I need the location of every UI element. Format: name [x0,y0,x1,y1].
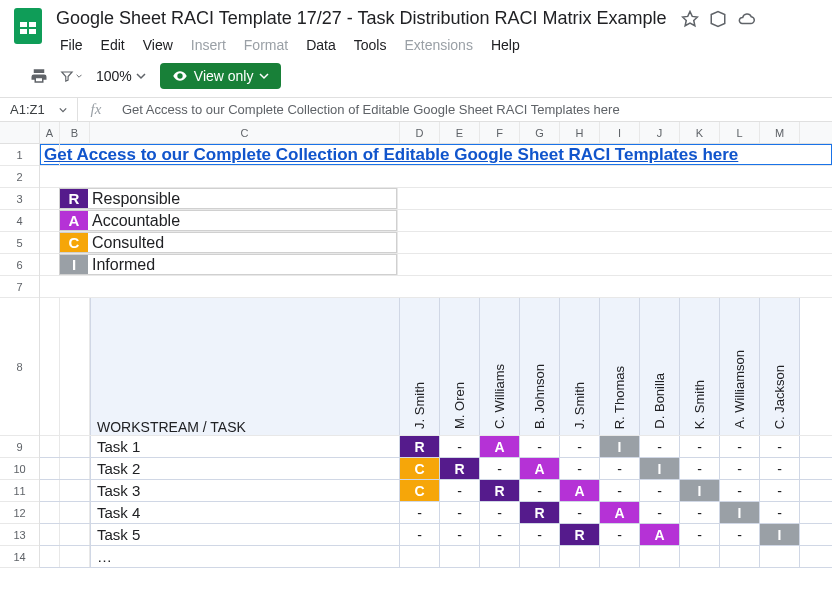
matrix-cell[interactable]: A [600,502,640,523]
zoom-selector[interactable]: 100% [92,68,150,84]
matrix-cell[interactable]: A [520,458,560,479]
matrix-cell[interactable]: - [480,502,520,523]
matrix-cell[interactable]: - [640,480,680,501]
matrix-cell[interactable]: - [760,458,800,479]
matrix-cell[interactable]: - [760,480,800,501]
doc-title[interactable]: Google Sheet RACI Template 17/27 - Task … [52,6,671,31]
col-header[interactable]: G [520,122,560,143]
matrix-cell[interactable]: - [760,502,800,523]
col-header[interactable]: J [640,122,680,143]
person-header[interactable]: R. Thomas [600,298,640,435]
col-header[interactable]: M [760,122,800,143]
matrix-cell[interactable]: I [720,502,760,523]
matrix-cell[interactable]: I [640,458,680,479]
matrix-cell[interactable]: A [640,524,680,545]
cloud-icon[interactable] [737,10,755,28]
matrix-cell[interactable]: R [480,480,520,501]
col-header[interactable]: A [40,122,60,143]
matrix-cell[interactable] [680,546,720,567]
task-name[interactable]: Task 5 [90,524,400,545]
col-header[interactable]: F [480,122,520,143]
matrix-cell[interactable]: - [520,436,560,457]
matrix-cell[interactable]: - [440,480,480,501]
row-header[interactable]: 8 [0,298,39,436]
col-header[interactable]: E [440,122,480,143]
matrix-cell[interactable] [520,546,560,567]
col-header[interactable]: I [600,122,640,143]
row-header[interactable]: 7 [0,276,39,298]
matrix-cell[interactable]: I [600,436,640,457]
matrix-cell[interactable]: - [600,458,640,479]
matrix-cell[interactable]: R [440,458,480,479]
matrix-cell[interactable]: - [640,436,680,457]
person-header[interactable]: C. Jackson [760,298,800,435]
matrix-cell[interactable]: - [560,436,600,457]
task-name[interactable]: … [90,546,400,567]
matrix-cell[interactable] [480,546,520,567]
person-header[interactable]: M. Oren [440,298,480,435]
person-header[interactable]: J. Smith [560,298,600,435]
select-all-corner[interactable] [0,122,39,144]
matrix-cell[interactable]: - [720,480,760,501]
row-header[interactable]: 10 [0,458,39,480]
matrix-cell[interactable]: A [560,480,600,501]
person-header[interactable]: D. Bonilla [640,298,680,435]
col-header[interactable]: D [400,122,440,143]
matrix-cell[interactable]: - [600,480,640,501]
collection-link[interactable]: Get Access to our Complete Collection of… [44,145,738,165]
col-header[interactable]: H [560,122,600,143]
row-header[interactable]: 6 [0,254,39,276]
col-header[interactable]: B [60,122,90,143]
menu-file[interactable]: File [52,33,91,57]
row-header[interactable]: 2 [0,166,39,188]
matrix-cell[interactable]: - [560,458,600,479]
person-header[interactable]: K. Smith [680,298,720,435]
matrix-cell[interactable]: - [760,436,800,457]
row-header[interactable]: 4 [0,210,39,232]
menu-tools[interactable]: Tools [346,33,395,57]
matrix-cell[interactable]: A [480,436,520,457]
matrix-cell[interactable]: - [400,524,440,545]
row-header[interactable]: 13 [0,524,39,546]
person-header[interactable]: J. Smith [400,298,440,435]
matrix-cell[interactable]: - [480,524,520,545]
menu-help[interactable]: Help [483,33,528,57]
matrix-cell[interactable]: I [760,524,800,545]
matrix-cell[interactable] [560,546,600,567]
matrix-cell[interactable]: I [680,480,720,501]
matrix-cell[interactable]: - [680,436,720,457]
matrix-cell[interactable]: R [560,524,600,545]
workstream-header[interactable]: WORKSTREAM / TASK [90,298,400,435]
matrix-cell[interactable]: - [680,524,720,545]
row-header[interactable]: 14 [0,546,39,568]
task-name[interactable]: Task 4 [90,502,400,523]
row-header[interactable]: 9 [0,436,39,458]
matrix-cell[interactable]: - [440,436,480,457]
matrix-cell[interactable] [640,546,680,567]
row-header[interactable]: 12 [0,502,39,524]
matrix-cell[interactable]: C [400,480,440,501]
task-name[interactable]: Task 3 [90,480,400,501]
matrix-cell[interactable] [440,546,480,567]
matrix-cell[interactable]: - [720,524,760,545]
matrix-cell[interactable]: - [560,502,600,523]
matrix-cell[interactable]: - [440,524,480,545]
matrix-cell[interactable]: R [520,502,560,523]
star-icon[interactable] [681,10,699,28]
matrix-cell[interactable]: - [520,480,560,501]
matrix-cell[interactable]: - [640,502,680,523]
print-icon[interactable] [28,65,50,87]
matrix-cell[interactable]: - [720,436,760,457]
matrix-cell[interactable]: R [400,436,440,457]
col-header[interactable]: L [720,122,760,143]
matrix-cell[interactable]: - [400,502,440,523]
menu-view[interactable]: View [135,33,181,57]
person-header[interactable]: C. Williams [480,298,520,435]
person-header[interactable]: B. Johnson [520,298,560,435]
col-header[interactable]: K [680,122,720,143]
row-header[interactable]: 5 [0,232,39,254]
matrix-cell[interactable]: - [600,524,640,545]
matrix-cell[interactable] [760,546,800,567]
col-header[interactable]: C [90,122,400,143]
menu-data[interactable]: Data [298,33,344,57]
